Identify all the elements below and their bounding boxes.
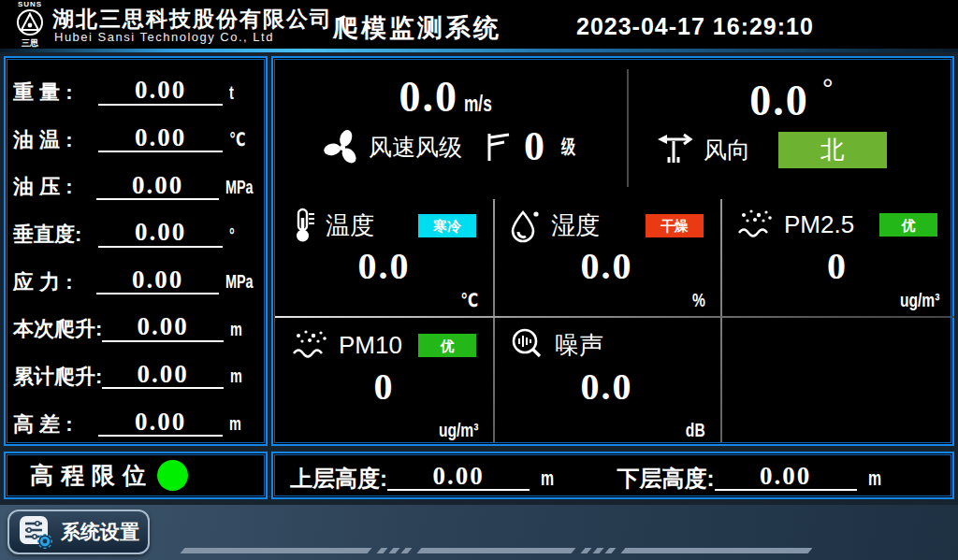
sensor-unit: dB bbox=[686, 420, 705, 441]
sensor-cell-empty bbox=[720, 316, 954, 446]
metric-unit: t bbox=[229, 79, 234, 106]
metric-label: 累计爬升: bbox=[13, 365, 102, 389]
company-name-en: Hubei Sansi Technology Co., Ltd bbox=[54, 30, 274, 44]
elevation-limit-status-light bbox=[157, 460, 188, 491]
droplet-icon bbox=[510, 207, 542, 244]
metric-label: 本次爬升: bbox=[13, 317, 102, 341]
lower-height-unit: m bbox=[868, 467, 881, 491]
decorative-band bbox=[182, 548, 810, 553]
metric-unit: ℃ bbox=[229, 126, 245, 152]
wind-direction-unit: ° bbox=[822, 73, 834, 104]
metric-value: 0.00 bbox=[135, 408, 186, 436]
status-badge: 优 bbox=[418, 334, 476, 357]
wind-speed-value: 0.0 bbox=[399, 73, 459, 121]
metric-row-height-diff: 高 差 : 0.00 m bbox=[13, 393, 258, 440]
sensor-name: PM2.5 bbox=[784, 210, 854, 239]
sansi-logo-icon bbox=[16, 8, 44, 36]
sensor-value: 0 bbox=[720, 248, 954, 285]
system-settings-button[interactable]: 系统设置 bbox=[7, 510, 150, 554]
elevation-limit-label: 高程限位 bbox=[30, 460, 153, 491]
sensor-name: 湿度 bbox=[551, 209, 600, 242]
metric-unit: ° bbox=[229, 222, 235, 248]
wind-section: 0.0m/s 风速风级 bbox=[275, 60, 954, 195]
metric-row-current-climb: 本次爬升: 0.00 m bbox=[13, 298, 258, 346]
sensor-name: 噪声 bbox=[555, 329, 603, 362]
elevation-limit-panel: 高程限位 bbox=[4, 452, 268, 499]
logo-text-sansi: 三思 bbox=[9, 39, 51, 48]
metric-row-verticality: 垂直度: 0.00 ° bbox=[13, 204, 258, 251]
wind-scale-flag-icon bbox=[483, 130, 511, 164]
metric-row-weight: 重 量 : 0.00 t bbox=[13, 62, 258, 109]
settings-sliders-gear-icon bbox=[18, 513, 53, 551]
sensor-value: 0.0 bbox=[493, 248, 720, 285]
upper-height-value: 0.00 bbox=[432, 462, 484, 490]
metric-unit: m bbox=[229, 410, 241, 437]
status-badge: 寒冷 bbox=[418, 214, 476, 237]
metric-row-oil-pressure: 油 压 : 0.00 MPa bbox=[13, 156, 258, 204]
sensor-unit: % bbox=[692, 290, 705, 311]
header: SUNS 三思 湖北三思科技股份有限公司 Hubei Sansi Technol… bbox=[0, 0, 958, 49]
sensor-value: 0.0 bbox=[275, 248, 493, 285]
sensor-unit: ug/m³ bbox=[439, 420, 478, 441]
metric-label: 高 差 : bbox=[13, 412, 98, 437]
datetime-display: 2023-04-17 16:29:10 bbox=[576, 13, 814, 40]
metric-row-total-climb: 累计爬升: 0.00 m bbox=[13, 346, 258, 394]
status-badge: 干燥 bbox=[646, 214, 704, 237]
noise-meter-icon bbox=[510, 327, 545, 363]
metric-unit: m bbox=[230, 363, 242, 389]
upper-height-unit: m bbox=[541, 467, 554, 491]
lower-height-group: 下层高度: 0.00 m bbox=[617, 463, 887, 491]
metric-row-oil-temp: 油 温 : 0.00 ℃ bbox=[13, 109, 258, 157]
heights-panel: 上层高度: 0.00 m 下层高度: 0.00 m bbox=[271, 452, 954, 499]
sensor-grid: 温度 寒冷 0.0 ℃ 湿度 干燥 bbox=[275, 195, 954, 446]
metric-value: 0.00 bbox=[132, 171, 183, 199]
page-title: 爬模监测系统 bbox=[333, 11, 501, 45]
wind-direction-block: 0.0° 风向 北 bbox=[629, 60, 954, 195]
wind-direction-value: 0.0 bbox=[749, 77, 809, 124]
logo-text-suns: SUNS bbox=[9, 1, 51, 8]
metric-row-stress: 应 力 : 0.00 MPa bbox=[13, 251, 258, 299]
metric-unit: m bbox=[230, 316, 242, 342]
sensor-value: 0 bbox=[275, 368, 493, 406]
metric-value: 0.00 bbox=[135, 218, 186, 246]
metric-value: 0.00 bbox=[138, 312, 189, 340]
wind-direction-badge: 北 bbox=[778, 132, 887, 168]
wind-speed-block: 0.0m/s 风速风级 bbox=[275, 60, 627, 195]
lower-height-value: 0.00 bbox=[760, 462, 811, 490]
sensor-cell-temperature: 温度 寒冷 0.0 ℃ bbox=[275, 195, 493, 316]
metric-label: 油 压 : bbox=[13, 175, 96, 199]
thermometer-icon bbox=[292, 207, 316, 244]
sensor-unit: ℃ bbox=[460, 289, 478, 311]
wind-speed-unit: m/s bbox=[464, 93, 492, 115]
wind-scale-unit: 级 bbox=[561, 134, 575, 160]
wind-vane-icon bbox=[653, 133, 696, 168]
workspace: 重 量 : 0.00 t 油 温 : 0.00 ℃ 油 压 : 0.00 MPa… bbox=[0, 52, 958, 505]
company-logo: SUNS 三思 bbox=[9, 1, 51, 48]
metric-value: 0.00 bbox=[135, 76, 186, 104]
wind-direction-label: 风向 bbox=[704, 135, 750, 165]
lower-height-label: 下层高度: bbox=[617, 467, 715, 491]
sensor-cell-pm25: PM2.5 优 0 ug/m³ bbox=[720, 195, 954, 316]
bottom-bar: 系统设置 bbox=[0, 505, 958, 560]
sensor-unit: ug/m³ bbox=[900, 290, 939, 311]
sensor-cell-pm10: PM10 优 0 ug/m³ bbox=[275, 316, 493, 446]
wind-scale-value: 0 bbox=[524, 128, 546, 165]
metric-label: 重 量 : bbox=[13, 80, 98, 105]
metrics-panel: 重 量 : 0.00 t 油 温 : 0.00 ℃ 油 压 : 0.00 MPa… bbox=[4, 56, 268, 446]
upper-height-group: 上层高度: 0.00 m bbox=[290, 463, 559, 491]
sensor-name: PM10 bbox=[339, 331, 402, 360]
settings-button-label: 系统设置 bbox=[61, 519, 139, 545]
metric-value: 0.00 bbox=[135, 123, 186, 151]
metric-unit: MPa bbox=[225, 174, 254, 200]
metric-value: 0.00 bbox=[138, 360, 189, 388]
status-badge: 优 bbox=[879, 213, 937, 237]
sensor-cell-humidity: 湿度 干燥 0.0 % bbox=[493, 195, 720, 316]
sensor-name: 温度 bbox=[326, 209, 374, 242]
metric-value: 0.00 bbox=[132, 266, 183, 294]
metric-label: 油 温 : bbox=[13, 128, 98, 152]
sensor-cell-noise: 噪声 0.0 dB bbox=[493, 316, 720, 446]
sensor-value: 0.0 bbox=[493, 368, 720, 406]
particles-icon bbox=[292, 327, 329, 363]
particles-icon bbox=[737, 207, 775, 242]
metric-label: 垂直度: bbox=[13, 223, 98, 247]
